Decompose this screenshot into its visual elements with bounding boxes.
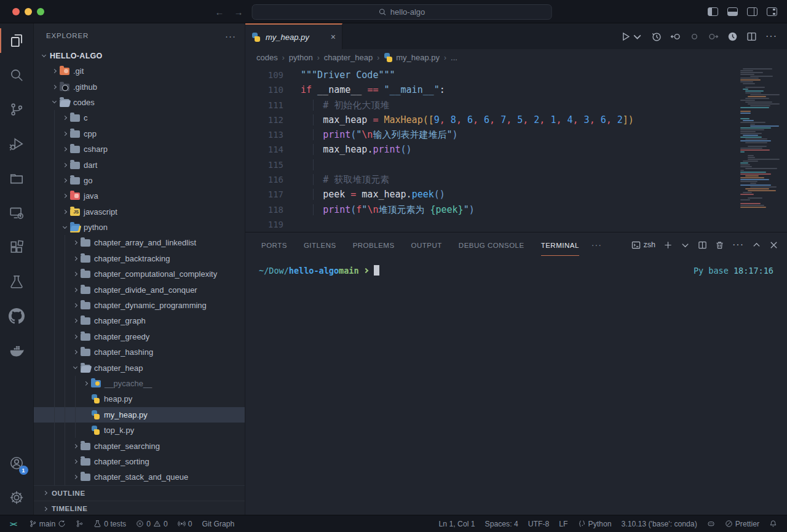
remote-indicator[interactable]: ><	[4, 520, 23, 528]
gitlens-icon[interactable]	[727, 31, 738, 42]
tree-item-go[interactable]: go	[34, 173, 245, 188]
accounts-icon[interactable]: 1	[0, 446, 34, 480]
tree-root-hello-algo[interactable]: HELLO-ALGO	[34, 48, 245, 63]
close-panel-icon[interactable]	[769, 240, 778, 250]
new-terminal-icon[interactable]	[663, 240, 673, 250]
problems-item[interactable]: 0 0	[132, 520, 172, 528]
maximize-panel-icon[interactable]	[752, 240, 761, 250]
tree-item-chapter-greedy[interactable]: chapter_greedy	[34, 329, 245, 344]
eol-item[interactable]: LF	[555, 520, 571, 528]
panel-tabs-more-icon[interactable]: ···	[591, 240, 602, 250]
panel-tab-output[interactable]: OUTPUT	[411, 234, 442, 256]
terminal-shell-item[interactable]: zsh	[631, 240, 655, 250]
remote-explorer-icon[interactable]	[0, 196, 34, 230]
customize-layout-icon[interactable]	[767, 7, 777, 16]
tree-item--git[interactable]: .git	[34, 63, 245, 79]
minimize-window-button[interactable]	[25, 8, 32, 15]
tab-my-heap-py[interactable]: my_heap.py ×	[245, 23, 342, 49]
panel-more-actions-icon[interactable]: ···	[732, 239, 744, 250]
ports-item[interactable]: 0	[174, 520, 196, 528]
next-change-icon[interactable]	[708, 31, 719, 42]
notifications-bell-icon[interactable]	[765, 520, 781, 528]
tree-item-chapter-heap[interactable]: chapter_heap	[34, 360, 245, 375]
panel-tab-ports[interactable]: PORTS	[261, 234, 287, 256]
tree-item-top-k-py[interactable]: top_k.py	[34, 423, 245, 438]
breadcrumb-item-codes[interactable]: codes	[256, 53, 278, 62]
git-graph-branch-icon[interactable]	[72, 520, 87, 528]
tree-item-chapter-graph[interactable]: chapter_graph	[34, 313, 245, 328]
tree-item-javascript[interactable]: javascript	[34, 204, 245, 220]
formatter-item[interactable]: Prettier	[721, 520, 763, 528]
extensions-icon[interactable]	[0, 230, 34, 264]
outline-section[interactable]: OUTLINE	[34, 485, 245, 501]
maximize-window-button[interactable]	[37, 8, 44, 15]
panel-tab-gitlens[interactable]: GITLENS	[304, 234, 336, 256]
explorer-icon[interactable]	[0, 23, 34, 58]
terminal-dropdown-icon[interactable]	[681, 240, 690, 250]
tree-item-csharp[interactable]: csharp	[34, 141, 245, 157]
toggle-secondary-sidebar-icon[interactable]	[747, 7, 757, 16]
split-terminal-icon[interactable]	[698, 240, 707, 250]
tree-item-codes[interactable]: codes	[34, 95, 245, 110]
editor-more-actions-icon[interactable]: ···	[765, 31, 777, 42]
timeline-section[interactable]: TIMELINE	[34, 501, 245, 515]
indentation-item[interactable]: Spaces: 4	[481, 520, 522, 528]
encoding-item[interactable]: UTF-8	[524, 520, 553, 528]
breadcrumb-item-my-heap-py[interactable]: my_heap.py	[384, 53, 440, 62]
git-branch-item[interactable]: main	[25, 520, 69, 528]
tree-item-cpp[interactable]: cpp	[34, 126, 245, 141]
cursor-position-item[interactable]: Ln 1, Col 1	[435, 520, 479, 528]
tree-item-chapter-dynamic-programming[interactable]: chapter_dynamic_programming	[34, 298, 245, 313]
toggle-primary-sidebar-icon[interactable]	[708, 7, 718, 16]
code-editor[interactable]: 109"""Driver Code"""110if __name__ == "_…	[245, 66, 787, 232]
breadcrumb-item-python[interactable]: python	[289, 53, 313, 62]
timeline-history-icon[interactable]	[651, 31, 662, 42]
github-icon[interactable]	[0, 299, 34, 333]
panel-tab-terminal[interactable]: TERMINAL	[541, 234, 579, 256]
settings-gear-icon[interactable]	[0, 480, 34, 515]
close-window-button[interactable]	[12, 8, 20, 15]
close-tab-icon[interactable]: ×	[331, 32, 336, 42]
tree-item-my-heap-py[interactable]: my_heap.py	[34, 407, 245, 423]
breadcrumb-item--[interactable]: ...	[451, 53, 457, 62]
search-view-icon[interactable]	[0, 58, 34, 92]
project-manager-icon[interactable]	[0, 161, 34, 196]
split-editor-icon[interactable]	[746, 31, 757, 42]
git-graph-item[interactable]: Git Graph	[199, 520, 239, 528]
toggle-panel-icon[interactable]	[727, 7, 738, 16]
python-interpreter-item[interactable]: 3.10.13 ('base': conda)	[617, 520, 700, 528]
tree-item-chapter-computational-complexity[interactable]: chapter_computational_complexity	[34, 266, 245, 282]
run-python-file-button[interactable]	[620, 31, 643, 42]
tree-item-chapter-sorting[interactable]: chapter_sorting	[34, 454, 245, 469]
command-center-search[interactable]: hello-algo	[252, 4, 552, 20]
panel-tab-problems[interactable]: PROBLEMS	[353, 234, 395, 256]
tree-item-chapter-stack-and-queue[interactable]: chapter_stack_and_queue	[34, 469, 245, 485]
tree-item-chapter-array-and-linkedlist[interactable]: chapter_array_and_linkedlist	[34, 235, 245, 250]
tree-item-chapter-searching[interactable]: chapter_searching	[34, 438, 245, 453]
navigate-back-icon[interactable]: ←	[215, 7, 224, 17]
tree-item--pycache-[interactable]: __pycache__	[34, 376, 245, 391]
testing-icon[interactable]	[0, 264, 34, 299]
source-control-icon[interactable]	[0, 92, 34, 127]
tree-item-heap-py[interactable]: heap.py	[34, 391, 245, 407]
minimap[interactable]	[740, 68, 780, 208]
tree-item-dart[interactable]: dart	[34, 157, 245, 172]
tree-item--github[interactable]: .github	[34, 79, 245, 94]
navigate-forward-icon[interactable]: →	[234, 7, 243, 17]
tree-item-chapter-hashing[interactable]: chapter_hashing	[34, 344, 245, 360]
language-mode-item[interactable]: Python	[574, 520, 615, 528]
panel-tab-debug-console[interactable]: DEBUG CONSOLE	[459, 234, 524, 256]
tree-item-python[interactable]: python	[34, 220, 245, 235]
previous-change-icon[interactable]	[670, 31, 681, 42]
terminal-content[interactable]: ~/Dow/hello-algo main Py base 18:17:16	[245, 257, 787, 515]
breadcrumb-item-chapter-heap[interactable]: chapter_heap	[324, 53, 373, 62]
copilot-icon[interactable]	[703, 520, 719, 528]
change-icon[interactable]	[689, 31, 700, 42]
tree-item-java[interactable]: java	[34, 188, 245, 204]
docker-icon[interactable]	[0, 333, 34, 368]
tree-item-c[interactable]: c	[34, 110, 245, 125]
tree-item-chapter-divide-and-conquer[interactable]: chapter_divide_and_conquer	[34, 282, 245, 297]
run-and-debug-icon[interactable]	[0, 127, 34, 161]
explorer-more-actions-icon[interactable]: ···	[225, 31, 236, 41]
tests-item[interactable]: 0 tests	[90, 520, 130, 528]
